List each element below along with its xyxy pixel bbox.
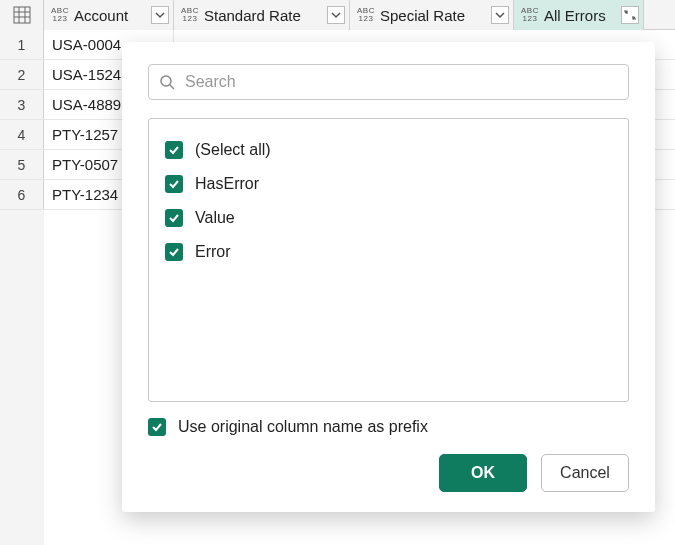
- column-header-account[interactable]: ABC123Account: [44, 0, 174, 30]
- search-icon: [159, 74, 175, 90]
- option-label: Value: [195, 209, 235, 227]
- checkbox-icon[interactable]: [148, 418, 166, 436]
- checkbox-icon[interactable]: [165, 209, 183, 227]
- table-icon: [13, 6, 31, 24]
- prefix-option-row[interactable]: Use original column name as prefix: [148, 418, 629, 436]
- chevron-down-icon[interactable]: [151, 6, 169, 24]
- ok-button[interactable]: OK: [439, 454, 527, 492]
- checkbox-icon[interactable]: [165, 243, 183, 261]
- grid-corner[interactable]: [0, 0, 44, 30]
- datatype-icon[interactable]: ABC123: [50, 7, 70, 23]
- row-number[interactable]: 2: [0, 60, 44, 89]
- option-label: Error: [195, 243, 231, 261]
- chevron-down-icon[interactable]: [327, 6, 345, 24]
- column-name: Standard Rate: [204, 7, 301, 24]
- chevron-down-icon[interactable]: [491, 6, 509, 24]
- option-row[interactable]: (Select all): [165, 133, 612, 167]
- svg-point-5: [161, 76, 171, 86]
- expand-column-popup: (Select all)HasErrorValueError Use origi…: [122, 42, 655, 512]
- dialog-buttons: OK Cancel: [148, 454, 629, 492]
- option-label: (Select all): [195, 141, 271, 159]
- row-number[interactable]: 6: [0, 180, 44, 209]
- svg-line-6: [170, 85, 174, 89]
- option-row[interactable]: Error: [165, 235, 612, 269]
- datatype-icon[interactable]: ABC123: [180, 7, 200, 23]
- expand-icon[interactable]: [621, 6, 639, 24]
- row-number[interactable]: 1: [0, 30, 44, 59]
- checkbox-icon[interactable]: [165, 141, 183, 159]
- datatype-icon[interactable]: ABC123: [356, 7, 376, 23]
- options-list: (Select all)HasErrorValueError: [148, 118, 629, 402]
- column-name: Special Rate: [380, 7, 465, 24]
- cancel-button[interactable]: Cancel: [541, 454, 629, 492]
- checkbox-icon[interactable]: [165, 175, 183, 193]
- data-grid: ABC123AccountABC123Standard RateABC123Sp…: [0, 0, 675, 545]
- datatype-icon[interactable]: ABC123: [520, 7, 540, 23]
- column-header-standard-rate[interactable]: ABC123Standard Rate: [174, 0, 350, 30]
- search-input[interactable]: [183, 72, 618, 92]
- row-number[interactable]: 5: [0, 150, 44, 179]
- column-name: All Errors: [544, 7, 606, 24]
- column-header-special-rate[interactable]: ABC123Special Rate: [350, 0, 514, 30]
- option-row[interactable]: HasError: [165, 167, 612, 201]
- row-number[interactable]: 4: [0, 120, 44, 149]
- column-header-row: ABC123AccountABC123Standard RateABC123Sp…: [0, 0, 675, 30]
- svg-rect-0: [14, 7, 30, 23]
- option-row[interactable]: Value: [165, 201, 612, 235]
- search-box[interactable]: [148, 64, 629, 100]
- column-name: Account: [74, 7, 128, 24]
- prefix-option-label: Use original column name as prefix: [178, 418, 428, 436]
- option-label: HasError: [195, 175, 259, 193]
- column-header-all-errors[interactable]: ABC123All Errors: [514, 0, 644, 30]
- row-number[interactable]: 3: [0, 90, 44, 119]
